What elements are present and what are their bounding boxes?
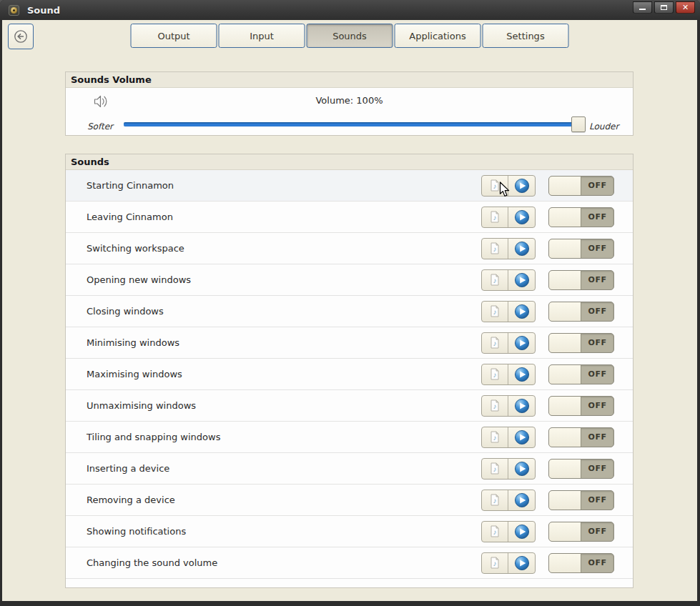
sound-row: Closing windows ♪ bbox=[66, 296, 633, 327]
titlebar[interactable]: Sound ✕ bbox=[0, 0, 700, 20]
sound-buttons-group: ♪ bbox=[481, 521, 536, 542]
sound-row: Maximising windows ♪ bbox=[66, 359, 633, 390]
choose-sound-file-button[interactable]: ♪ bbox=[482, 333, 508, 353]
sound-buttons-group: ♪ bbox=[481, 395, 536, 417]
sound-row: Switching workspace ♪ bbox=[66, 233, 633, 264]
sound-row: Minimising windows ♪ bbox=[66, 327, 633, 359]
sound-toggle[interactable]: OFF bbox=[548, 364, 614, 384]
choose-sound-file-button[interactable]: ♪ bbox=[482, 522, 508, 542]
maximize-button[interactable] bbox=[654, 1, 674, 14]
music-note-file-icon: ♪ bbox=[489, 242, 501, 254]
sound-row: Unmaximising windows ♪ bbox=[66, 390, 633, 422]
tab-settings[interactable]: Settings bbox=[483, 24, 569, 48]
tab-bar: Output Input Sounds Applications Setting… bbox=[131, 24, 569, 48]
sound-toggle[interactable]: OFF bbox=[548, 459, 614, 479]
play-sound-button[interactable] bbox=[508, 364, 535, 384]
toggle-knob bbox=[549, 177, 581, 195]
maximize-icon bbox=[661, 5, 667, 10]
play-sound-button[interactable] bbox=[508, 176, 535, 196]
svg-text:♪: ♪ bbox=[493, 434, 497, 442]
sound-row-label: Inserting a device bbox=[87, 463, 481, 474]
choose-sound-file-button[interactable]: ♪ bbox=[482, 396, 508, 416]
sound-buttons-group: ♪ bbox=[481, 458, 536, 480]
sound-toggle[interactable]: OFF bbox=[548, 207, 614, 227]
play-sound-button[interactable] bbox=[508, 333, 535, 353]
music-note-file-icon: ♪ bbox=[489, 525, 501, 537]
tab-sounds[interactable]: Sounds bbox=[307, 24, 393, 48]
play-sound-button[interactable] bbox=[508, 427, 535, 447]
back-arrow-icon bbox=[13, 29, 29, 44]
sound-row: Leaving Cinnamon ♪ bbox=[66, 202, 633, 233]
tab-applications[interactable]: Applications bbox=[395, 24, 481, 48]
sound-toggle[interactable]: OFF bbox=[548, 553, 614, 573]
choose-sound-file-button[interactable]: ♪ bbox=[482, 207, 508, 227]
mouse-cursor bbox=[499, 182, 511, 198]
toggle-off-label: OFF bbox=[581, 302, 613, 321]
play-sound-button[interactable] bbox=[508, 239, 535, 259]
sound-toggle[interactable]: OFF bbox=[548, 176, 614, 196]
sound-buttons-group: ♪ bbox=[481, 552, 536, 574]
sound-toggle[interactable]: OFF bbox=[548, 302, 614, 322]
toggle-knob bbox=[549, 491, 581, 510]
sound-toggle[interactable]: OFF bbox=[548, 270, 614, 290]
play-sound-button[interactable] bbox=[508, 396, 535, 416]
toggle-off-label: OFF bbox=[581, 239, 613, 258]
sound-row: Changing the sound volume ♪ bbox=[66, 547, 633, 579]
back-button[interactable] bbox=[8, 24, 34, 49]
sound-toggle[interactable]: OFF bbox=[548, 239, 614, 259]
tab-input[interactable]: Input bbox=[219, 24, 305, 48]
sound-toggle[interactable]: OFF bbox=[548, 333, 614, 353]
play-icon bbox=[514, 398, 530, 414]
close-icon: ✕ bbox=[676, 2, 694, 14]
sound-buttons-group: ♪ bbox=[481, 490, 536, 511]
choose-sound-file-button[interactable]: ♪ bbox=[482, 270, 508, 290]
toggle-knob bbox=[549, 239, 581, 258]
minimize-button[interactable] bbox=[633, 1, 652, 14]
choose-sound-file-button[interactable]: ♪ bbox=[482, 239, 508, 259]
speaker-app-icon bbox=[9, 5, 19, 16]
play-sound-button[interactable] bbox=[508, 270, 535, 290]
play-sound-button[interactable] bbox=[508, 459, 535, 479]
svg-text:♪: ♪ bbox=[493, 402, 497, 410]
choose-sound-file-button[interactable]: ♪ bbox=[482, 364, 508, 384]
choose-sound-file-button[interactable]: ♪ bbox=[482, 459, 508, 479]
close-button[interactable]: ✕ bbox=[676, 1, 695, 14]
play-icon bbox=[514, 555, 530, 571]
sound-row: Starting Cinnamon ♪ bbox=[66, 170, 633, 202]
music-note-file-icon: ♪ bbox=[489, 211, 501, 223]
play-sound-button[interactable] bbox=[508, 490, 535, 510]
sound-buttons-group: ♪ bbox=[481, 364, 536, 385]
sound-toggle[interactable]: OFF bbox=[548, 427, 614, 447]
sound-row: Removing a device ♪ bbox=[66, 485, 633, 516]
sound-row-label: Opening new windows bbox=[87, 274, 481, 285]
toggle-off-label: OFF bbox=[581, 554, 613, 572]
sound-buttons-group: ♪ bbox=[481, 269, 536, 291]
tab-output[interactable]: Output bbox=[131, 24, 217, 48]
svg-text:♪: ♪ bbox=[493, 214, 497, 222]
volume-slider[interactable] bbox=[124, 112, 584, 136]
music-note-file-icon: ♪ bbox=[489, 337, 501, 349]
play-icon bbox=[514, 304, 530, 319]
volume-slider-handle[interactable] bbox=[571, 116, 586, 132]
music-note-file-icon: ♪ bbox=[489, 462, 501, 475]
play-sound-button[interactable] bbox=[508, 207, 535, 227]
play-sound-button[interactable] bbox=[508, 522, 535, 542]
sound-buttons-group: ♪ bbox=[481, 332, 536, 354]
toggle-off-label: OFF bbox=[581, 491, 613, 510]
music-note-file-icon: ♪ bbox=[489, 431, 501, 443]
sounds-volume-header: Sounds Volume bbox=[66, 72, 633, 88]
choose-sound-file-button[interactable]: ♪ bbox=[482, 490, 508, 510]
toggle-knob bbox=[549, 208, 581, 227]
choose-sound-file-button[interactable]: ♪ bbox=[482, 553, 508, 573]
play-sound-button[interactable] bbox=[508, 553, 535, 573]
choose-sound-file-button[interactable]: ♪ bbox=[482, 302, 508, 322]
sound-row-label: Leaving Cinnamon bbox=[87, 212, 481, 222]
sound-toggle[interactable]: OFF bbox=[548, 522, 614, 542]
sound-toggle[interactable]: OFF bbox=[548, 490, 614, 510]
play-icon bbox=[514, 241, 530, 257]
choose-sound-file-button[interactable]: ♪ bbox=[482, 427, 508, 447]
sound-toggle[interactable]: OFF bbox=[548, 396, 614, 416]
sound-row-label: Changing the sound volume bbox=[87, 557, 481, 568]
play-sound-button[interactable] bbox=[508, 302, 535, 322]
toggle-off-label: OFF bbox=[581, 397, 613, 415]
